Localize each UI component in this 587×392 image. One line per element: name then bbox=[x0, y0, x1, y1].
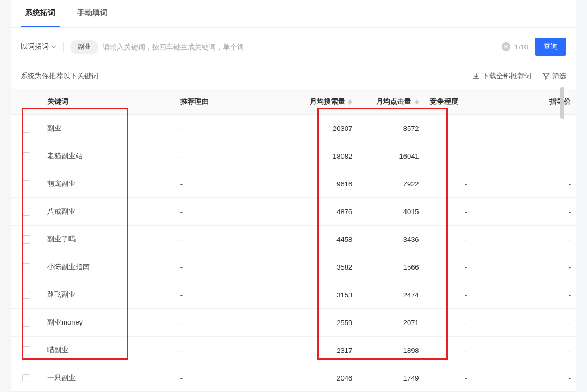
cell-keyword: 路飞副业 bbox=[42, 281, 175, 309]
row-checkbox[interactable] bbox=[22, 291, 30, 299]
cell-guide-price: - bbox=[508, 364, 576, 392]
row-checkbox[interactable] bbox=[22, 235, 30, 244]
tab-manual[interactable]: 手动填词 bbox=[73, 0, 112, 27]
chevron-down-icon bbox=[51, 44, 57, 49]
row-checkbox[interactable] bbox=[22, 263, 30, 271]
col-monthly-search[interactable]: 月均搜索量 bbox=[291, 89, 358, 115]
filter-label: 筛选 bbox=[552, 71, 566, 81]
col-checkbox bbox=[11, 89, 42, 115]
cell-reason: - bbox=[175, 170, 291, 198]
cell-guide-price: - bbox=[508, 142, 576, 170]
cell-monthly-click: 1749 bbox=[358, 364, 424, 392]
download-icon bbox=[472, 72, 480, 80]
cell-monthly-search: 3582 bbox=[291, 253, 358, 281]
row-checkbox[interactable] bbox=[22, 152, 30, 160]
table-row: 萌宠副业-96167922-- bbox=[11, 170, 576, 198]
cell-keyword: 一只副业 bbox=[42, 364, 175, 392]
row-checkbox[interactable] bbox=[22, 319, 30, 327]
cell-competition: - bbox=[424, 364, 508, 392]
cell-guide-price: - bbox=[508, 170, 576, 198]
cell-guide-price: - bbox=[508, 253, 576, 281]
col-competition[interactable]: 竞争程度 bbox=[424, 89, 508, 115]
subbar: 系统为你推荐以下关键词 下载全部推荐词 筛选 bbox=[11, 66, 576, 89]
cell-keyword: 小陈副业指南 bbox=[42, 253, 175, 281]
cell-reason: - bbox=[175, 115, 291, 142]
cell-competition: - bbox=[424, 253, 508, 281]
filter-icon bbox=[542, 72, 550, 80]
keyword-input[interactable] bbox=[103, 43, 497, 51]
col-guide-price[interactable]: 指导价 bbox=[508, 89, 576, 115]
filter-link[interactable]: 筛选 bbox=[542, 71, 566, 81]
cell-competition: - bbox=[424, 281, 508, 309]
cell-guide-price: - bbox=[508, 309, 576, 337]
clear-icon[interactable] bbox=[502, 42, 510, 51]
row-checkbox[interactable] bbox=[22, 208, 30, 216]
cell-monthly-click: 2474 bbox=[358, 281, 424, 309]
cell-monthly-click: 7922 bbox=[358, 170, 424, 198]
cell-monthly-search: 2559 bbox=[291, 309, 358, 337]
col-keyword[interactable]: 关键词 bbox=[42, 89, 175, 115]
recommend-hint: 系统为你推荐以下关键词 bbox=[21, 71, 98, 81]
row-checkbox[interactable] bbox=[22, 346, 30, 354]
scrollbar-thumb[interactable] bbox=[560, 87, 564, 119]
keyword-tag[interactable]: 副业 bbox=[70, 40, 98, 54]
cell-guide-price: - bbox=[508, 281, 576, 309]
cell-monthly-click: 16041 bbox=[358, 142, 424, 170]
row-checkbox[interactable] bbox=[22, 180, 30, 188]
cell-monthly-search: 3153 bbox=[291, 281, 358, 309]
cell-monthly-click: 8572 bbox=[358, 115, 424, 142]
sort-icon bbox=[348, 99, 352, 105]
col-monthly-click[interactable]: 月均点击量 bbox=[358, 89, 424, 115]
cell-guide-price: - bbox=[508, 337, 576, 364]
control-bar: 以词拓词 副业 1/10 查询 bbox=[11, 28, 576, 66]
table: 关键词 推荐理由 月均搜索量 月均点击量 bbox=[11, 89, 576, 392]
cell-monthly-click: 3436 bbox=[358, 226, 424, 253]
cell-keyword: 八戒副业 bbox=[42, 198, 175, 226]
table-row: 老猫副业站-1808216041-- bbox=[11, 142, 576, 170]
tab-system[interactable]: 系统拓词 bbox=[21, 0, 60, 27]
cell-monthly-search: 20307 bbox=[291, 115, 358, 142]
cell-reason: - bbox=[175, 226, 291, 253]
cell-competition: - bbox=[424, 198, 508, 226]
mode-label: 以词拓词 bbox=[21, 42, 49, 52]
download-all-label: 下载全部推荐词 bbox=[482, 71, 532, 81]
cell-competition: - bbox=[424, 337, 508, 364]
row-checkbox[interactable] bbox=[22, 125, 30, 133]
cell-competition: - bbox=[424, 142, 508, 170]
cell-keyword: 副业 bbox=[42, 115, 175, 142]
table-header-row: 关键词 推荐理由 月均搜索量 月均点击量 bbox=[11, 89, 576, 115]
col-monthly-search-label: 月均搜索量 bbox=[310, 97, 345, 105]
cell-competition: - bbox=[424, 170, 508, 198]
cell-competition: - bbox=[424, 226, 508, 253]
cell-keyword: 副业money bbox=[42, 309, 175, 337]
cell-guide-price: - bbox=[508, 115, 576, 142]
cell-reason: - bbox=[175, 309, 291, 337]
mode-selector[interactable]: 以词拓词 bbox=[21, 42, 57, 52]
cell-competition: - bbox=[424, 115, 508, 142]
col-reason[interactable]: 推荐理由 bbox=[175, 89, 291, 115]
cell-reason: - bbox=[175, 337, 291, 364]
cell-monthly-search: 4458 bbox=[291, 226, 358, 253]
cell-guide-price: - bbox=[508, 198, 576, 226]
cell-monthly-search: 4876 bbox=[291, 198, 358, 226]
cell-reason: - bbox=[175, 198, 291, 226]
table-row: 副业-203078572-- bbox=[11, 115, 576, 142]
download-all-link[interactable]: 下载全部推荐词 bbox=[472, 71, 532, 81]
row-checkbox[interactable] bbox=[22, 374, 30, 382]
cell-monthly-search: 2046 bbox=[291, 364, 358, 392]
col-monthly-click-label: 月均点击量 bbox=[376, 97, 411, 105]
cell-monthly-click: 2071 bbox=[358, 309, 424, 337]
cell-monthly-click: 1566 bbox=[358, 253, 424, 281]
divider bbox=[63, 42, 64, 52]
query-button[interactable]: 查询 bbox=[535, 38, 566, 56]
cell-competition: - bbox=[424, 309, 508, 337]
table-row: 小陈副业指南-35821566-- bbox=[11, 253, 576, 281]
cell-reason: - bbox=[175, 253, 291, 281]
cell-keyword: 老猫副业站 bbox=[42, 142, 175, 170]
cell-monthly-search: 18082 bbox=[291, 142, 358, 170]
cell-guide-price: - bbox=[508, 226, 576, 253]
cell-monthly-click: 4015 bbox=[358, 198, 424, 226]
cell-keyword: 萌宠副业 bbox=[42, 170, 175, 198]
table-row: 喵副业-23171898-- bbox=[11, 337, 576, 364]
keyword-input-wrap: 副业 1/10 bbox=[70, 40, 528, 54]
